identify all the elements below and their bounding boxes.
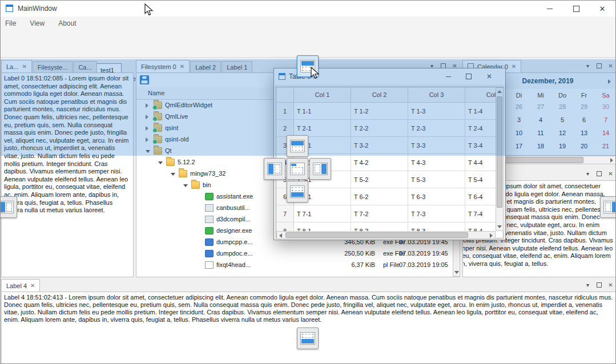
- menu-about[interactable]: About: [58, 19, 76, 27]
- label-4-dock-area: Label 4 ✕ ▾ ✕ Label 4 18:51:02:413 - Lor…: [1, 279, 616, 364]
- scroll-right-icon[interactable]: [610, 158, 613, 163]
- label4-dock-tabbar: Label 4 ✕ ▾ ✕: [1, 279, 616, 292]
- folder-icon: [191, 181, 200, 189]
- table-cell[interactable]: T 5-2: [351, 171, 408, 188]
- table-cell[interactable]: T 8-4: [465, 223, 496, 231]
- drop-indicator-window-bottom[interactable]: [297, 327, 319, 349]
- tree-item[interactable]: dumpdoc.e...250,50 KiBexe File07.03.2019…: [136, 248, 453, 260]
- table-cell[interactable]: T 4-2: [351, 154, 408, 171]
- file-size: 6,37 KiB: [291, 261, 375, 268]
- app-blue-icon: [205, 250, 214, 257]
- table-row: 8T 8-1T 8-2T 8-3T 8-4: [276, 223, 496, 231]
- app-gray-icon: [205, 216, 214, 223]
- drop-indicator-area-left[interactable]: [264, 158, 285, 180]
- tree-item-name: mingw73_32: [190, 170, 269, 177]
- table-cell[interactable]: T 8-1: [294, 223, 351, 231]
- app-green-icon: [205, 193, 214, 200]
- close-button[interactable]: ✕: [589, 1, 615, 17]
- collapse-arrow-icon[interactable]: [171, 173, 175, 176]
- titlebar[interactable]: MainWindow ✕: [1, 1, 615, 17]
- window-title: MainWindow: [18, 5, 57, 13]
- file-date-modified: 07.03.2019 19:45: [399, 250, 453, 257]
- app-gray-icon: [205, 204, 214, 212]
- table-cell[interactable]: T 8-2: [351, 223, 408, 231]
- folder-icon: [179, 170, 187, 177]
- tree-item-name: fixqt4head...: [216, 261, 269, 268]
- file-size: 250,50 KiB: [291, 250, 375, 257]
- tree-item-name: bin: [203, 181, 269, 188]
- menubar: File View About: [1, 17, 615, 30]
- tree-item-name: designer.exe: [216, 227, 269, 234]
- collapse-arrow-icon[interactable]: [183, 184, 188, 187]
- mouse-cursor: [143, 3, 155, 16]
- scroll-down-icon[interactable]: [454, 271, 459, 274]
- tab-label-4[interactable]: Label 4 ✕: [1, 279, 40, 292]
- label-4-text: Label 4 18:51:02:413 - Lorem ipsum dolor…: [2, 292, 615, 325]
- menu-view[interactable]: View: [30, 19, 45, 27]
- table-cell[interactable]: T 7-4: [465, 205, 496, 223]
- dock-menu-icon[interactable]: ▾: [584, 170, 591, 177]
- table-row-header[interactable]: 7: [276, 205, 294, 223]
- minimize-button[interactable]: [537, 1, 563, 17]
- maximize-button[interactable]: [563, 1, 589, 17]
- table-cell[interactable]: T 5-4: [465, 171, 496, 188]
- table-row: 6T 6-1T 6-2T 6-3T 6-4: [276, 188, 496, 205]
- drop-indicator-window-left[interactable]: [0, 196, 17, 218]
- app-icon: [6, 5, 13, 12]
- table-cell[interactable]: T 4-3: [408, 154, 465, 171]
- table-cell[interactable]: T 5-3: [408, 171, 465, 188]
- tab-label: Label 4: [6, 282, 27, 289]
- tree-item-name: canbusutil...: [216, 204, 269, 211]
- dock-float-icon[interactable]: [595, 170, 603, 177]
- close-tab-icon[interactable]: ✕: [30, 282, 35, 289]
- dock-float-icon[interactable]: [595, 281, 603, 289]
- tree-item-name: assistant.exe: [216, 193, 269, 200]
- folder-icon: [166, 159, 175, 166]
- table-cell[interactable]: T 6-2: [351, 188, 408, 205]
- table-cell[interactable]: T 6-4: [465, 188, 496, 205]
- tree-item-name: 5.12.2: [178, 159, 269, 165]
- drop-indicator-area-top[interactable]: [287, 135, 308, 157]
- tree-item-name: dumpcpp.e...: [216, 238, 269, 245]
- table-row-header[interactable]: 8: [276, 223, 294, 231]
- dock-close-icon[interactable]: ✕: [607, 170, 614, 177]
- drag-cursor: [309, 67, 321, 79]
- table-row: 7T 7-1T 7-2T 7-3T 7-4: [276, 205, 496, 223]
- toolbar: Save State Restore State test1 Create Pe…: [1, 30, 615, 58]
- tree-item[interactable]: fixqt4head...6,37 KiBpl File07.03.2019 1…: [136, 260, 453, 271]
- dock-menu-icon[interactable]: ▾: [584, 281, 591, 289]
- table-horizontal-scrollbar[interactable]: [276, 231, 496, 239]
- table-cell[interactable]: T 7-3: [408, 205, 465, 223]
- scrollbar-handle[interactable]: [285, 232, 468, 238]
- scroll-right-icon[interactable]: [490, 233, 493, 238]
- drop-indicator-area-right[interactable]: [309, 158, 331, 180]
- table-cell[interactable]: T 6-3: [408, 188, 465, 205]
- scroll-down-icon[interactable]: [497, 225, 502, 228]
- drop-indicator-window-right[interactable]: [600, 196, 616, 218]
- collapse-arrow-icon[interactable]: [158, 161, 163, 164]
- tree-item-name: d3dcompil...: [216, 216, 269, 223]
- table-cell[interactable]: T 7-1: [294, 205, 351, 223]
- app-blue-icon: [205, 238, 214, 246]
- tree-item-name: dumpdoc.e...: [216, 250, 269, 257]
- drop-indicator-area-center[interactable]: [287, 158, 308, 180]
- file-type: pl File: [383, 261, 400, 268]
- table-cell[interactable]: T 8-3: [408, 223, 465, 231]
- drop-indicator-area-bottom[interactable]: [287, 181, 308, 203]
- table-cell[interactable]: T 7-2: [351, 205, 408, 223]
- app-green-icon: [205, 227, 214, 234]
- dock-close-icon[interactable]: ✕: [607, 281, 614, 289]
- application-window: { "window": { "title": "MainWindow" }, "…: [0, 0, 616, 364]
- table-cell[interactable]: T 4-4: [465, 154, 496, 171]
- scroll-left-icon[interactable]: [279, 233, 282, 238]
- menu-file[interactable]: File: [5, 19, 16, 27]
- file-date-modified: 07.03.2019 19:05: [399, 261, 453, 268]
- file-icon: [205, 261, 214, 269]
